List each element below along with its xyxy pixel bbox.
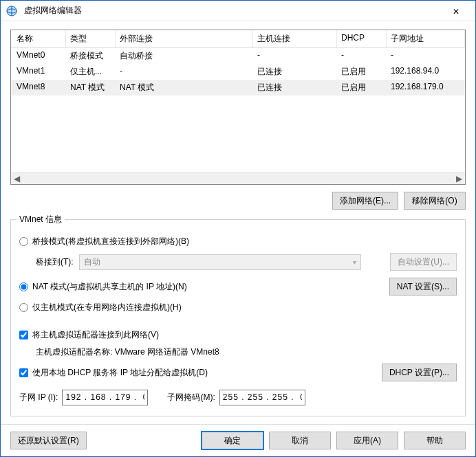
subnet-mask-input[interactable]: [219, 390, 305, 405]
host-only-row: 仅主机模式(在专用网络内连接虚拟机)(H): [19, 298, 457, 316]
host-only-radio[interactable]: [19, 303, 28, 312]
col-dhcp[interactable]: DHCP: [337, 30, 387, 47]
window: 虚拟网络编辑器 ✕ 名称 类型 外部连接 主机连接 DHCP 子网地址 VMne…: [0, 0, 476, 457]
cancel-button[interactable]: 取消: [269, 432, 331, 449]
close-icon: ✕: [453, 7, 459, 16]
scroll-track[interactable]: [23, 173, 453, 184]
dhcp-settings-button[interactable]: DHCP 设置(P)...: [382, 364, 457, 381]
bridged-radio[interactable]: [19, 237, 28, 246]
restore-defaults-button[interactable]: 还原默认设置(R): [10, 432, 87, 449]
connect-host-checkbox[interactable]: [19, 331, 28, 339]
titlebar: 虚拟网络编辑器 ✕: [1, 1, 475, 21]
adapter-name-text: 主机虚拟适配器名称: VMware 网络适配器 VMnet8: [19, 346, 457, 358]
remove-network-button[interactable]: 移除网络(O): [404, 192, 466, 210]
table-header: 名称 类型 外部连接 主机连接 DHCP 子网地址: [11, 30, 465, 48]
help-button[interactable]: 帮助: [404, 432, 466, 449]
add-network-button[interactable]: 添加网络(E)...: [332, 192, 398, 210]
bridged-label: 桥接模式(将虚拟机直接连接到外部网络)(B): [32, 236, 189, 247]
table-row[interactable]: VMnet0 桥接模式 自动桥接 - - -: [11, 48, 465, 64]
ok-button[interactable]: 确定: [202, 432, 263, 449]
subnet-row: 子网 IP (I): 子网掩码(M):: [19, 388, 457, 406]
bridged-to-value: 自动: [84, 256, 100, 268]
h-scrollbar[interactable]: ◀ ▶: [11, 172, 465, 184]
content: 名称 类型 外部连接 主机连接 DHCP 子网地址 VMnet0 桥接模式 自动…: [1, 21, 475, 424]
group-title: VMnet 信息: [17, 214, 65, 225]
subnet-ip-input[interactable]: [62, 390, 148, 405]
nat-mode-row: NAT 模式(与虚拟机共享主机的 IP 地址)(N) NAT 设置(S)...: [19, 278, 457, 296]
use-dhcp-row: 使用本地 DHCP 服务将 IP 地址分配给虚拟机(D) DHCP 设置(P).…: [19, 364, 457, 381]
nat-label: NAT 模式(与虚拟机共享主机的 IP 地址)(N): [32, 281, 187, 293]
table-row[interactable]: VMnet8 NAT 模式 NAT 模式 已连接 已启用 192.168.179…: [11, 80, 465, 96]
window-title: 虚拟网络编辑器: [21, 5, 442, 16]
apply-button[interactable]: 应用(A): [336, 432, 398, 449]
col-subnet[interactable]: 子网地址: [387, 30, 465, 47]
col-host[interactable]: 主机连接: [253, 30, 337, 47]
auto-settings-button: 自动设置(U)...: [390, 253, 457, 271]
bridged-to-label: 桥接到(T):: [36, 256, 74, 268]
connect-host-row: 将主机虚拟适配器连接到此网络(V): [19, 326, 457, 344]
scroll-left-icon[interactable]: ◀: [11, 173, 23, 184]
bridged-to-select: 自动 ▾: [79, 254, 361, 270]
bottom-bar: 还原默认设置(R) 确定 取消 应用(A) 帮助: [1, 424, 475, 456]
app-icon: [6, 5, 17, 16]
nat-settings-button[interactable]: NAT 设置(S)...: [389, 278, 457, 296]
scroll-right-icon[interactable]: ▶: [453, 173, 465, 184]
use-dhcp-label: 使用本地 DHCP 服务将 IP 地址分配给虚拟机(D): [32, 367, 208, 379]
network-table: 名称 类型 外部连接 主机连接 DHCP 子网地址 VMnet0 桥接模式 自动…: [10, 30, 466, 185]
bridged-to-row: 桥接到(T): 自动 ▾ 自动设置(U)...: [19, 253, 457, 271]
bridged-mode-row: 桥接模式(将虚拟机直接连接到外部网络)(B): [19, 232, 457, 250]
host-only-label: 仅主机模式(在专用网络内连接虚拟机)(H): [32, 302, 182, 313]
table-button-row: 添加网络(E)... 移除网络(O): [10, 185, 466, 215]
col-external[interactable]: 外部连接: [116, 30, 253, 47]
table-row[interactable]: VMnet1 仅主机... - 已连接 已启用 192.168.94.0: [11, 64, 465, 80]
table-body: VMnet0 桥接模式 自动桥接 - - - VMnet1 仅主机... - 已…: [11, 48, 465, 172]
chevron-down-icon: ▾: [353, 258, 356, 266]
vmnet-info-group: VMnet 信息 桥接模式(将虚拟机直接连接到外部网络)(B) 桥接到(T): …: [10, 219, 466, 416]
col-type[interactable]: 类型: [66, 30, 116, 47]
col-name[interactable]: 名称: [12, 30, 66, 47]
use-dhcp-checkbox[interactable]: [19, 368, 28, 377]
close-button[interactable]: ✕: [442, 5, 470, 17]
subnet-ip-label: 子网 IP (I):: [19, 392, 58, 403]
connect-host-label: 将主机虚拟适配器连接到此网络(V): [32, 329, 159, 341]
nat-radio[interactable]: [19, 282, 28, 291]
subnet-mask-label: 子网掩码(M):: [167, 392, 215, 403]
